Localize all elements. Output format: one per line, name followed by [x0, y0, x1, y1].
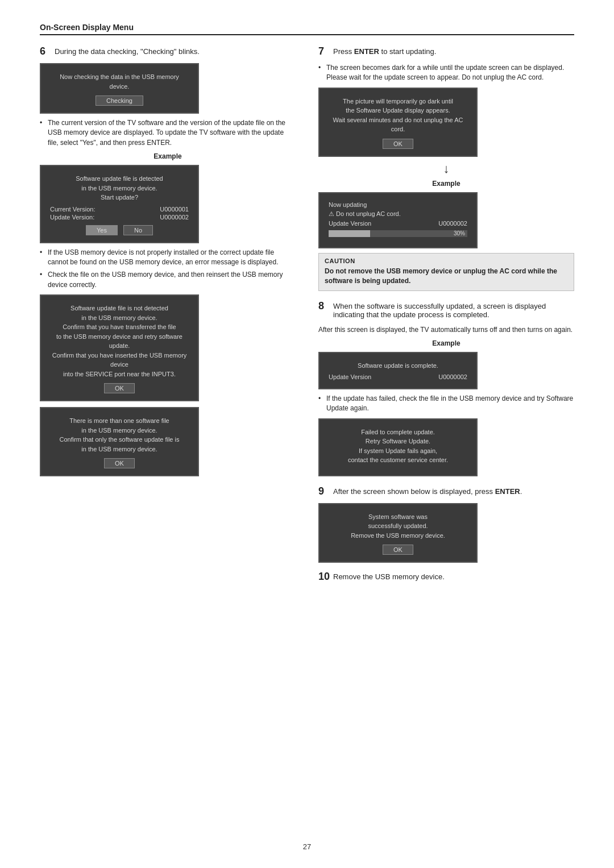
step8-bullets: If the update has failed, check the file…: [318, 394, 574, 414]
step8-screen2-line4: contact the customer service center.: [329, 455, 467, 465]
step6-screen4-ok-btn: OK: [104, 458, 135, 468]
step9-screen1-line1: System software was: [329, 512, 467, 522]
step7-screen1-btn-row: OK: [329, 139, 467, 149]
step7-progress-bar-wrap: 30%: [329, 230, 467, 237]
step7-screen1-line2: the Software Update display appears.: [329, 106, 467, 115]
step6-screen1-btn-row: Checking: [50, 95, 189, 106]
step7-bullet1: The screen becomes dark for a while unti…: [318, 63, 574, 83]
step6-screen2-line1: Software update file is detected: [50, 174, 189, 184]
two-col-layout: 6 During the data checking, "Checking" b…: [40, 45, 574, 588]
step7-screen2-row1: Update Version U0000002: [329, 220, 467, 227]
step6-screen3-line5: Confirm that you have inserted the USB m…: [50, 351, 189, 369]
step6-screen4-line1: There is more than one software file: [50, 416, 189, 426]
step9-ok-btn: OK: [383, 545, 413, 555]
step9-screen1-text: System software was successfully updated…: [329, 512, 467, 541]
step6-screen2-line3: Start update?: [50, 193, 189, 202]
step8-screen2-text: Failed to complete update. Retry Softwar…: [329, 427, 467, 465]
step6-header: 6 During the data checking, "Checking" b…: [40, 45, 296, 57]
step6-yes-btn: Yes: [86, 225, 118, 235]
step10-text: Remove the USB memory device.: [333, 571, 445, 581]
step10-number: 10: [318, 571, 331, 583]
step6-screen4-line4: in the USB memory device.: [50, 445, 189, 454]
step6-error-bullets: If the USB memory device is not properly…: [40, 248, 296, 290]
step7-arrow: ↓: [318, 161, 574, 176]
step7-caution-title: CAUTION: [325, 258, 568, 264]
step6-screen2-row1: Current Version: U0000001: [50, 206, 189, 213]
step6-screen2-btns: Yes No: [50, 225, 189, 235]
step10-header: 10 Remove the USB memory device.: [318, 571, 574, 583]
step6-bullets: The current version of the TV software a…: [40, 118, 296, 148]
step9-screen1-btn-row: OK: [329, 545, 467, 555]
step7-update-version-label: Update Version: [329, 220, 371, 227]
step8-bullet1: If the update has failed, check the file…: [318, 394, 574, 414]
step8-text: When the software is successfully update…: [333, 300, 574, 319]
step7-example-label: Example: [318, 180, 574, 188]
step7-progress-bar-fill: [329, 230, 370, 237]
page-container: On-Screen Display Menu 6 During the data…: [0, 0, 614, 868]
step8-screen2: Failed to complete update. Retry Softwar…: [318, 418, 478, 476]
step8-header: 8 When the software is successfully upda…: [318, 300, 574, 319]
step8-update-version-label: Update Version: [329, 373, 371, 380]
step6-screen4-line2: in the USB memory device.: [50, 426, 189, 435]
step7-number: 7: [318, 45, 331, 57]
step6-screen3-text: Software update file is not detected in …: [50, 304, 189, 379]
section-title: On-Screen Display Menu: [40, 23, 574, 35]
step6-screen4: There is more than one software file in …: [40, 407, 199, 476]
step6-bullet2: If the USB memory device is not properly…: [40, 248, 296, 268]
step7-screen1: The picture will temporarily go dark unt…: [318, 88, 478, 157]
step6-screen3-line3: Confirm that you have transferred the fi…: [50, 322, 189, 332]
step6-screen3-line2: in the USB memory device.: [50, 313, 189, 323]
col-left: 6 During the data checking, "Checking" b…: [40, 45, 296, 481]
step6-update-version-label: Update Version:: [50, 214, 94, 221]
step7-caution-text: Do not remove the USB memory device or u…: [325, 267, 568, 286]
step6-screen4-line3: Confirm that only the software update fi…: [50, 435, 189, 445]
step6-screen2: Software update file is detected in the …: [40, 165, 199, 243]
step6-screen1: Now checking the data in the USB memory …: [40, 63, 199, 114]
step6-screen3-line4: to the USB memory device and retry softw…: [50, 332, 189, 351]
step6-screen3: Software update file is not detected in …: [40, 294, 199, 401]
step6-screen1-line1: Now checking the data in the USB memory …: [50, 72, 189, 91]
step8-screen1-row1: Update Version U0000002: [329, 373, 467, 380]
step8-update-version-val: U0000002: [438, 373, 467, 380]
step8-example-label: Example: [318, 339, 574, 347]
step6-bullet3: Check the file on the USB memory device,…: [40, 270, 296, 290]
step7-screen2: Now updating ⚠ Do not unplug AC cord. Up…: [318, 192, 478, 248]
step7-progress-label: 30%: [454, 230, 465, 237]
step9-number: 9: [318, 485, 331, 497]
step7-header: 7 Press ENTER to start updating.: [318, 45, 574, 57]
step6-screen2-line2: in the USB memory device.: [50, 184, 189, 193]
page-number: 27: [303, 842, 311, 851]
step9-screen1-line2: successfully updated.: [329, 521, 467, 531]
step6-current-version-val: U0000001: [160, 206, 189, 213]
step6-screen4-text: There is more than one software file in …: [50, 416, 189, 454]
step7-bullets: The screen becomes dark for a while unti…: [318, 63, 574, 83]
step6-example-label: Example: [40, 152, 296, 160]
step8-screen2-line1: Failed to complete update.: [329, 427, 467, 437]
step6-screen3-line6: into the SERVICE port near the INPUT3.: [50, 369, 189, 379]
step6-bullet1: The current version of the TV software a…: [40, 118, 296, 148]
step6-screen2-lines: Software update file is detected in the …: [50, 174, 189, 202]
step6-screen3-line1: Software update file is not detected: [50, 304, 189, 313]
step6-no-btn: No: [123, 225, 153, 235]
step9-text: After the screen shown below is displaye…: [333, 485, 522, 496]
step6-number: 6: [40, 45, 52, 57]
step7-screen2-warning: ⚠ Do not unplug AC cord.: [329, 210, 467, 218]
step7-screen1-line3: Wait several minutes and do not unplug t…: [329, 115, 467, 134]
step7-screen1-text: The picture will temporarily go dark unt…: [329, 97, 467, 134]
step6-text: During the data checking, "Checking" bli…: [55, 45, 200, 56]
step8-screen1: Software update is complete. Update Vers…: [318, 352, 478, 390]
step7-screen1-line1: The picture will temporarily go dark unt…: [329, 97, 467, 106]
step9-screen1: System software was successfully updated…: [318, 503, 478, 563]
step6-screen2-row2: Update Version: U0000002: [50, 214, 189, 221]
step6-screen3-btn-row: OK: [50, 383, 189, 393]
step7-update-version-val: U0000002: [438, 220, 467, 227]
step8-screen2-line3: If system Update fails again,: [329, 446, 467, 456]
step7-warning-text: ⚠ Do not unplug AC cord.: [329, 210, 401, 218]
step6-update-version-val: U0000002: [160, 214, 189, 221]
step6-screen4-btn-row: OK: [50, 458, 189, 468]
step6-checking-btn: Checking: [96, 95, 143, 106]
step6-current-version-label: Current Version:: [50, 206, 95, 213]
step7-caution-box: CAUTION Do not remove the USB memory dev…: [318, 253, 574, 291]
step8-number: 8: [318, 300, 331, 312]
step7-screen2-line1: Now updating: [329, 201, 467, 208]
